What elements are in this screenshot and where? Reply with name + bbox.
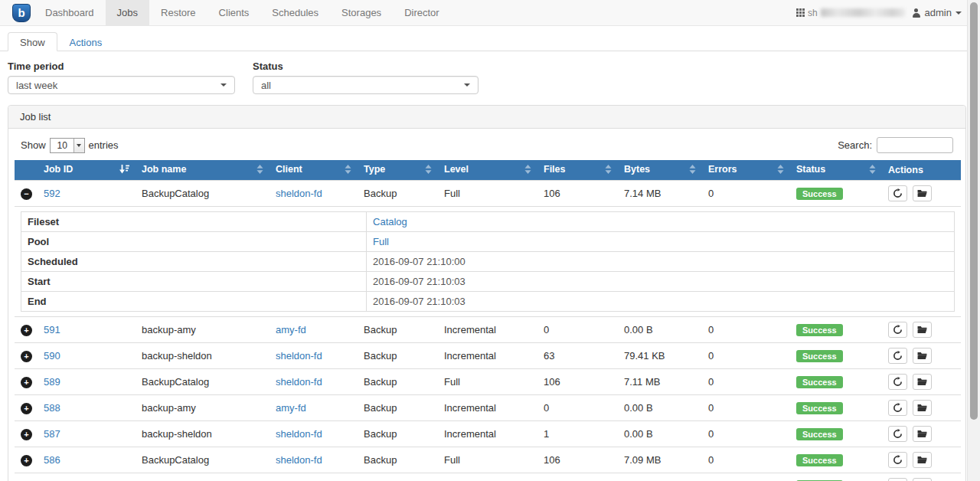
job-id-link[interactable]: 588 bbox=[44, 402, 60, 414]
rerun-job-button[interactable] bbox=[888, 478, 907, 481]
col-bytes-label: Bytes bbox=[624, 164, 650, 175]
client-link[interactable]: sheldon-fd bbox=[276, 428, 322, 440]
col-bytes[interactable]: Bytes bbox=[618, 160, 702, 181]
status-select[interactable]: all bbox=[253, 76, 479, 94]
errors-cell: 0 bbox=[702, 317, 790, 343]
tab-actions[interactable]: Actions bbox=[57, 32, 115, 51]
job-id-link[interactable]: 592 bbox=[44, 188, 60, 199]
client-link[interactable]: sheldon-fd bbox=[276, 454, 322, 466]
job-id-link[interactable]: 590 bbox=[44, 350, 60, 362]
nav-item-dashboard[interactable]: Dashboard bbox=[34, 0, 106, 25]
job-files-button[interactable] bbox=[913, 185, 932, 201]
table-row: + 589 BackupCatalog sheldon-fd Backup Fu… bbox=[15, 369, 961, 395]
col-job-id[interactable]: Job ID bbox=[38, 160, 136, 181]
job-id-link[interactable]: 591 bbox=[44, 324, 60, 335]
detail-row: Start 2016-09-07 21:10:03 bbox=[21, 272, 955, 292]
top-navbar: b Dashboard Jobs Restore Clients Schedul… bbox=[0, 0, 980, 26]
col-client[interactable]: Client bbox=[270, 160, 358, 181]
client-link[interactable]: amy-fd bbox=[276, 324, 306, 335]
detail-label: Start bbox=[21, 272, 367, 292]
job-name-cell: BackupCatalog bbox=[136, 369, 270, 395]
col-status[interactable]: Status bbox=[790, 160, 882, 181]
fileset-link[interactable]: Catalog bbox=[373, 216, 407, 227]
col-status-label: Status bbox=[796, 164, 825, 175]
level-cell: Incremental bbox=[438, 421, 537, 447]
rerun-job-button[interactable] bbox=[888, 400, 907, 416]
status-badge: Success bbox=[796, 324, 843, 336]
table-row: + 587 backup-sheldon sheldon-fd Backup I… bbox=[15, 421, 961, 447]
col-errors[interactable]: Errors bbox=[702, 160, 790, 181]
client-link[interactable]: sheldon-fd bbox=[276, 376, 322, 388]
expand-row-button[interactable]: + bbox=[21, 377, 32, 388]
expand-row-button[interactable]: + bbox=[21, 325, 32, 336]
status-value: all bbox=[261, 80, 271, 91]
files-cell: 1 bbox=[537, 421, 618, 447]
rerun-job-button[interactable] bbox=[888, 322, 907, 338]
nav-item-storages[interactable]: Storages bbox=[330, 0, 393, 25]
job-files-button[interactable] bbox=[913, 348, 932, 364]
job-id-link[interactable]: 589 bbox=[44, 376, 60, 388]
time-period-select[interactable]: last week bbox=[8, 76, 235, 94]
user-icon bbox=[912, 8, 921, 18]
entries-select[interactable]: 10 bbox=[50, 138, 85, 153]
table-row: + 591 backup-amy amy-fd Backup Increment… bbox=[15, 317, 961, 343]
rerun-job-button[interactable] bbox=[888, 374, 907, 390]
rerun-job-button[interactable] bbox=[888, 348, 907, 364]
vertical-scrollbar[interactable] bbox=[967, 0, 980, 481]
client-link[interactable]: sheldon-fd bbox=[276, 188, 322, 199]
entries-value: 10 bbox=[57, 140, 67, 151]
client-link[interactable]: amy-fd bbox=[276, 402, 306, 414]
col-job-name[interactable]: Job name bbox=[136, 160, 270, 181]
bytes-cell: 0.00 B bbox=[618, 395, 702, 421]
type-cell: Backup bbox=[358, 181, 438, 207]
rerun-icon bbox=[893, 325, 903, 335]
detail-value: 2016-09-07 21:10:03 bbox=[367, 292, 955, 312]
job-id-link[interactable]: 586 bbox=[44, 454, 60, 466]
search-input[interactable] bbox=[877, 137, 953, 153]
sort-both-icon bbox=[345, 165, 351, 176]
job-files-button[interactable] bbox=[913, 426, 932, 442]
bytes-cell: 0.00 B bbox=[618, 421, 702, 447]
job-list-panel: Job list Show 10 entries Search: bbox=[8, 105, 966, 481]
expand-row-button[interactable]: + bbox=[21, 403, 32, 414]
nav-item-director[interactable]: Director bbox=[393, 0, 451, 25]
job-files-button[interactable] bbox=[913, 478, 932, 481]
errors-cell: 0 bbox=[702, 421, 790, 447]
rerun-job-button[interactable] bbox=[888, 452, 907, 468]
client-link[interactable]: sheldon-fd bbox=[276, 350, 322, 362]
nav-item-restore[interactable]: Restore bbox=[149, 0, 207, 25]
show-label: Show bbox=[21, 139, 46, 151]
col-type-label: Type bbox=[364, 164, 385, 175]
col-errors-label: Errors bbox=[708, 164, 737, 175]
rerun-job-button[interactable] bbox=[888, 426, 907, 442]
bytes-cell: 79.41 KB bbox=[618, 343, 702, 369]
expand-row-button[interactable]: + bbox=[21, 455, 32, 466]
files-cell: 0 bbox=[537, 395, 618, 421]
tab-show[interactable]: Show bbox=[8, 32, 57, 51]
scrollbar-thumb[interactable] bbox=[970, 2, 978, 420]
col-files[interactable]: Files bbox=[537, 160, 618, 181]
files-cell: 106 bbox=[537, 369, 618, 395]
job-files-button[interactable] bbox=[913, 400, 932, 416]
expand-row-button[interactable]: + bbox=[21, 351, 32, 362]
level-cell: Full bbox=[438, 369, 537, 395]
nav-item-jobs[interactable]: Jobs bbox=[106, 0, 149, 25]
col-level[interactable]: Level bbox=[438, 160, 537, 181]
user-menu[interactable]: admin bbox=[912, 7, 962, 18]
job-files-button[interactable] bbox=[913, 322, 932, 338]
entries-label: entries bbox=[89, 139, 119, 151]
collapse-row-button[interactable]: − bbox=[21, 188, 32, 200]
col-type[interactable]: Type bbox=[358, 160, 438, 181]
rerun-job-button[interactable] bbox=[888, 185, 907, 201]
director-selector[interactable]: sh bbox=[796, 8, 905, 18]
job-files-button[interactable] bbox=[913, 452, 932, 468]
files-cell: 0 bbox=[537, 317, 618, 343]
nav-item-clients[interactable]: Clients bbox=[207, 0, 261, 25]
expand-row-button[interactable]: + bbox=[21, 429, 32, 440]
nav-item-schedules[interactable]: Schedules bbox=[260, 0, 330, 25]
job-name-cell: backup-amy bbox=[136, 317, 270, 343]
job-files-button[interactable] bbox=[913, 374, 932, 390]
job-id-link[interactable]: 587 bbox=[44, 428, 60, 440]
bareos-logo[interactable]: b bbox=[12, 4, 31, 22]
pool-link[interactable]: Full bbox=[373, 236, 389, 247]
